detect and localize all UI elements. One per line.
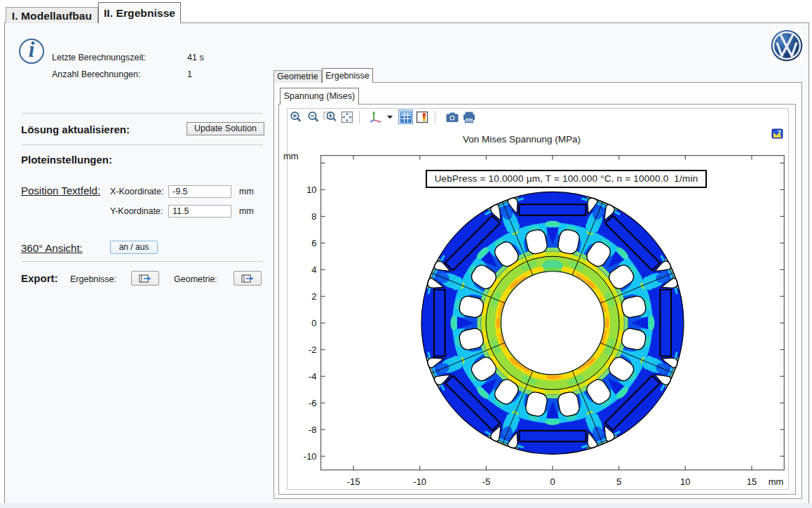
svg-text:0: 0 bbox=[550, 476, 555, 487]
svg-text:10: 10 bbox=[306, 185, 316, 195]
svg-text:5: 5 bbox=[616, 476, 621, 487]
svg-text:10: 10 bbox=[680, 476, 690, 487]
svg-text:6: 6 bbox=[311, 238, 316, 248]
svg-text:4: 4 bbox=[311, 265, 316, 275]
svg-text:-10: -10 bbox=[413, 476, 426, 487]
svg-text:15: 15 bbox=[747, 476, 757, 487]
svg-text:-5: -5 bbox=[482, 476, 491, 487]
svg-text:-2: -2 bbox=[309, 345, 317, 355]
svg-text:2: 2 bbox=[311, 291, 316, 302]
svg-text:mm: mm bbox=[283, 151, 299, 161]
svg-text:-8: -8 bbox=[309, 425, 317, 435]
svg-text:-15: -15 bbox=[347, 476, 360, 487]
svg-text:8: 8 bbox=[311, 211, 316, 222]
svg-text:-10: -10 bbox=[304, 451, 317, 462]
svg-text:mm: mm bbox=[769, 476, 784, 487]
svg-text:0: 0 bbox=[311, 318, 316, 328]
svg-text:-4: -4 bbox=[309, 371, 317, 382]
svg-text:-6: -6 bbox=[309, 398, 317, 408]
